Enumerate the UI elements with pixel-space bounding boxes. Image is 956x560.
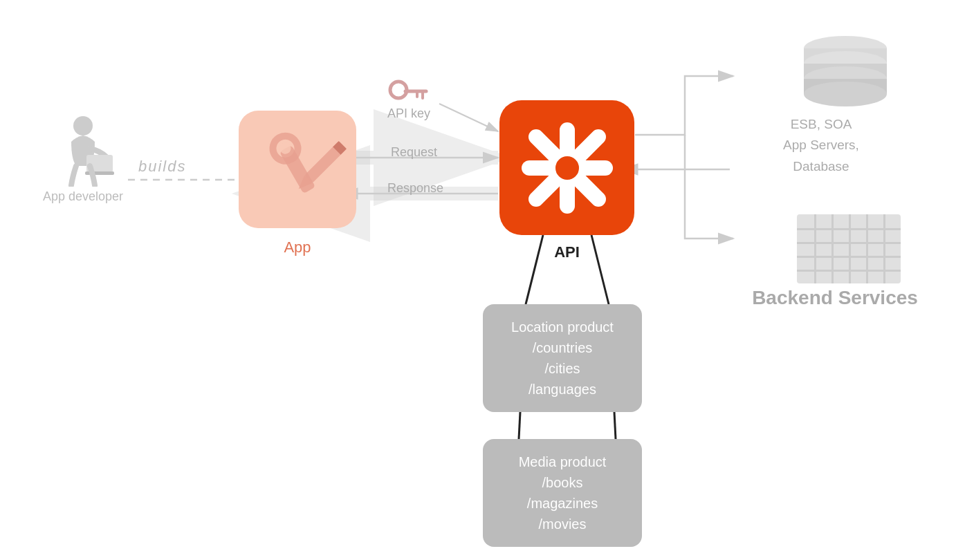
- media-product-magazines: /magazines: [497, 493, 628, 514]
- api-logo-icon: [519, 120, 616, 216]
- location-product-title: Location product: [497, 317, 628, 337]
- backend-services-label: Backend Services: [748, 287, 921, 309]
- app-developer-section: App developer: [28, 111, 138, 204]
- response-label: Response: [387, 181, 443, 196]
- app-box: [239, 111, 356, 228]
- developer-icon: [45, 111, 121, 187]
- api-key-label: API key: [387, 106, 430, 121]
- server-icon: [790, 207, 908, 290]
- svg-rect-47: [866, 214, 868, 283]
- database-icon: [790, 31, 901, 121]
- developer-label: App developer: [28, 189, 138, 204]
- request-label: Request: [391, 145, 437, 160]
- svg-point-31: [553, 154, 581, 182]
- server-icon-section: [790, 207, 908, 293]
- diagram-container: App developer builds App: [0, 0, 956, 560]
- location-product-countries: /countries: [497, 337, 628, 358]
- api-label: API: [499, 243, 634, 261]
- database-icon-section: [790, 31, 901, 124]
- svg-point-38: [804, 82, 887, 106]
- location-product-languages: /languages: [497, 379, 628, 400]
- svg-line-4: [439, 104, 498, 131]
- media-product-books: /books: [497, 472, 628, 493]
- svg-rect-48: [883, 214, 885, 283]
- builds-label: builds: [138, 158, 186, 176]
- svg-rect-45: [831, 214, 834, 283]
- svg-point-14: [73, 116, 93, 136]
- app-label: App: [239, 239, 356, 256]
- api-box: [499, 100, 634, 235]
- api-key-section: API key: [387, 76, 430, 121]
- media-product-movies: /movies: [497, 514, 628, 534]
- svg-rect-44: [814, 214, 816, 283]
- media-product-title: Media product: [497, 451, 628, 472]
- location-product-cities: /cities: [497, 358, 628, 379]
- media-product-box: Media product /books /magazines /movies: [483, 439, 642, 547]
- key-icon: [388, 76, 430, 104]
- svg-point-23: [390, 82, 407, 98]
- svg-rect-46: [849, 214, 851, 283]
- app-icon: [239, 111, 356, 228]
- location-product-box: Location product /countries /cities /lan…: [483, 304, 642, 412]
- backend-services-top-text: ESB, SOAApp Servers,Database: [738, 114, 904, 177]
